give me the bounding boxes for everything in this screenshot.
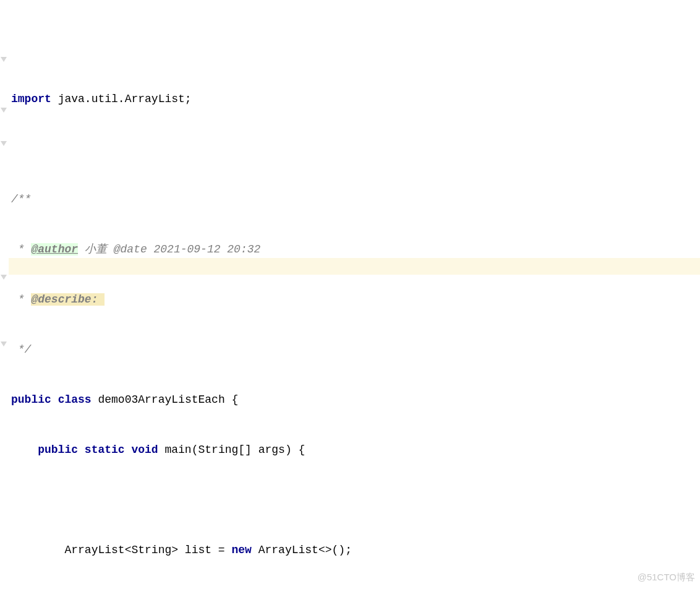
code-line[interactable] [11,41,700,58]
code-line[interactable]: * @describe: [11,291,700,308]
svg-marker-0 [1,57,7,62]
svg-marker-4 [1,342,7,346]
code-area[interactable]: import java.util.ArrayList; /** * @autho… [11,7,700,589]
svg-marker-3 [1,275,7,280]
code-line[interactable] [11,492,700,509]
code-line[interactable]: ArrayList<String> list = new ArrayList<>… [11,542,700,559]
code-line[interactable]: * @author 小董 @date 2021-09-12 20:32 [11,241,700,258]
code-line[interactable]: /** [11,191,700,208]
svg-marker-1 [1,108,7,113]
code-line[interactable]: public static void main(String[] args) { [11,442,700,458]
code-line[interactable]: import java.util.ArrayList; [11,91,700,108]
code-line[interactable] [11,141,700,158]
gutter [0,0,9,589]
code-line[interactable]: */ [11,342,700,358]
code-line[interactable]: public class demo03ArrayListEach { [11,392,700,408]
code-editor[interactable]: import java.util.ArrayList; /** * @autho… [0,0,700,589]
svg-marker-2 [1,141,7,146]
